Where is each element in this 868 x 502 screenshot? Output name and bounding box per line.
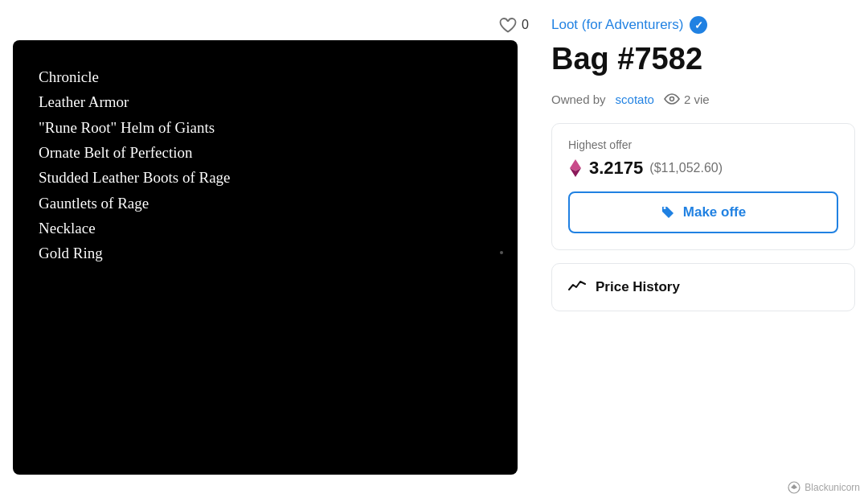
- price-history-card[interactable]: Price History: [551, 263, 855, 311]
- tag-icon: [661, 205, 675, 220]
- offer-usd: ($11,052.60): [649, 161, 723, 175]
- like-count: 0: [522, 18, 529, 32]
- offer-amount: 3.2175: [589, 158, 643, 179]
- item-ring: Gold Ring: [39, 241, 492, 265]
- svg-point-0: [669, 97, 674, 101]
- item-necklace: Necklace: [39, 216, 492, 241]
- item-helm: "Rune Root" Helm of Giants: [39, 115, 492, 140]
- offer-label: Highest offer: [568, 138, 838, 151]
- verified-badge: [690, 16, 707, 34]
- eye-icon: [664, 91, 680, 107]
- make-offer-label: Make offe: [683, 204, 746, 220]
- offer-card: Highest offer 3.2175 ($11,052.60) Make o…: [551, 123, 855, 250]
- item-gauntlets: Gauntlets of Rage: [39, 191, 492, 216]
- owned-by-label: Owned by: [551, 93, 606, 106]
- collection-name[interactable]: Loot (for Adventurers): [551, 17, 683, 33]
- watermark: Blackunicorn: [788, 481, 855, 489]
- dot-decoration: [500, 251, 503, 254]
- heart-icon[interactable]: [499, 16, 517, 34]
- owner-link[interactable]: scotato: [616, 93, 654, 106]
- item-boots: Studded Leather Boots of Rage: [39, 165, 492, 190]
- eth-icon: [568, 161, 583, 175]
- watermark-text: Blackunicorn: [805, 482, 855, 489]
- nft-title: Bag #7582: [551, 42, 855, 76]
- nft-image: Chronicle Leather Armor "Rune Root" Helm…: [13, 40, 518, 475]
- item-belt: Ornate Belt of Perfection: [39, 140, 492, 165]
- chart-icon: [568, 278, 586, 296]
- views-count: 2 vie: [684, 93, 710, 106]
- item-chronicle: Chronicle: [39, 64, 492, 89]
- item-leather-armor: Leather Armor: [39, 89, 492, 114]
- price-history-label: Price History: [596, 279, 680, 295]
- make-offer-button[interactable]: Make offe: [568, 191, 838, 233]
